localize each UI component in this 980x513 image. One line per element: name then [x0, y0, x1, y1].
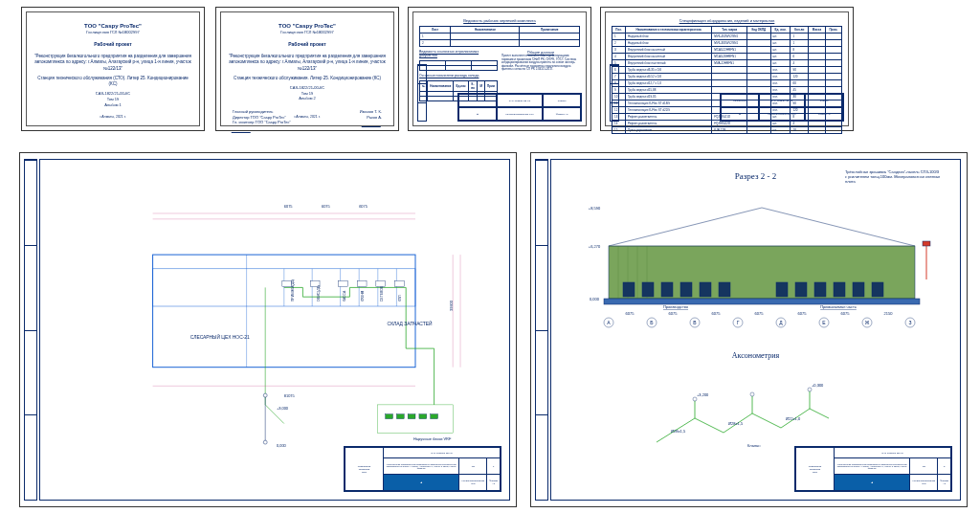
svg-point-28: [263, 440, 267, 444]
room-big: СЛЕСАРНЫЙ ЦЕХ НОС-21: [190, 334, 250, 340]
city: г.Алматы, 2021 г.: [27, 115, 199, 120]
svg-text:Производство: Производство: [663, 304, 689, 309]
album: Альбом 1: [34, 102, 191, 108]
svg-text:+6,270: +6,270: [589, 244, 601, 249]
svg-rect-59: [795, 282, 807, 297]
svg-text:Ж: Ж: [865, 320, 870, 325]
svg-text:0,000: 0,000: [590, 297, 600, 301]
sheet-title-1: ТОО "Caspy ProTec" Гослицензия ГСЛ №1800…: [21, 7, 205, 131]
svg-rect-53: [642, 282, 654, 297]
sheet-section: Разрез 2 - 2 Трёхслойная зрошивка "Сандв…: [530, 152, 968, 507]
svg-text:+3,200: +3,200: [697, 392, 709, 397]
spec-heading: Спецификация оборудования, изделий и мат…: [612, 18, 842, 23]
svg-text:КПЛ: КПЛ: [398, 295, 402, 301]
svg-text:КАССА: КАССА: [343, 290, 346, 301]
logo-icon: ▲: [835, 475, 910, 491]
svg-text:6075: 6075: [712, 311, 722, 316]
svg-rect-54: [661, 282, 673, 297]
svg-text:6075: 6075: [322, 204, 331, 209]
svg-point-98: [750, 392, 754, 396]
svg-text:0,000: 0,000: [277, 443, 287, 448]
svg-rect-12: [357, 281, 367, 287]
sheet-heading: Ведомость рабочих чертежей комплекта: [419, 18, 580, 23]
section-note: Трёхслойная зрошивка "Сандвич"-панель СП…: [845, 169, 941, 184]
license: Гослицензия ГСЛ №18002997: [34, 30, 191, 35]
titleblock: РазработалПроверилГИП CAS-1822/21-00-КС …: [794, 446, 952, 492]
project-type: Рабочий проект: [34, 41, 191, 48]
object: Станция технического обслуживания (СТО).…: [34, 76, 191, 88]
svg-rect-14: [394, 281, 404, 287]
svg-text:+0,300: +0,300: [812, 383, 824, 388]
svg-rect-25: [431, 414, 438, 419]
svg-text:6075: 6075: [359, 204, 368, 209]
svg-rect-52: [623, 282, 635, 297]
svg-text:Ø22x1,0: Ø22x1,0: [786, 416, 801, 421]
logo-icon: ▲: [721, 107, 759, 121]
svg-rect-11: [339, 281, 348, 287]
sheet-specification: Спецификация оборудования, изделий и мат…: [600, 7, 854, 131]
svg-rect-55: [680, 282, 692, 297]
binding-strip: [24, 159, 37, 501]
svg-rect-57: [719, 282, 730, 297]
axo-title: Аксонометрия: [551, 351, 960, 360]
svg-text:Клапан: Клапан: [747, 443, 761, 448]
svg-text:6075: 6075: [755, 311, 765, 316]
svg-rect-65: [923, 241, 930, 246]
svg-rect-13: [376, 281, 386, 287]
svg-text:Наружные блоки VRF: Наружные блоки VRF: [413, 436, 452, 441]
binding-strip: [535, 159, 548, 501]
svg-text:6075: 6075: [798, 311, 808, 316]
svg-text:81075: 81075: [284, 393, 296, 398]
svg-text:Г: Г: [737, 320, 740, 325]
svg-text:+3,000: +3,000: [277, 406, 289, 411]
svg-point-97: [693, 397, 697, 401]
svg-rect-44: [609, 246, 915, 299]
svg-text:6075: 6075: [284, 204, 294, 209]
svg-text:+8,590: +8,590: [589, 206, 601, 211]
svg-rect-60: [814, 282, 826, 297]
titleblock: РазработалCAS-1822/21-00-КССтадия ▲Конди…: [457, 93, 582, 122]
svg-text:Ø28x1,5: Ø28x1,5: [671, 429, 686, 434]
svg-rect-63: [872, 282, 883, 297]
svg-text:З: З: [908, 320, 911, 325]
general-notes: Проект выполнен в соответствии с действу…: [501, 55, 580, 72]
signature-icon: [362, 120, 384, 127]
svg-text:2150: 2150: [884, 311, 894, 316]
refs-table: [419, 60, 498, 71]
svg-text:ПРИЁМКА(Д1): ПРИЁМКА(Д1): [291, 279, 295, 301]
svg-text:Примыкаемая часть: Примыкаемая часть: [820, 304, 857, 309]
titleblock: РазработалПроверилГИП CAS-1822/21-00-КС …: [344, 446, 501, 492]
svg-rect-61: [834, 282, 845, 297]
titleblock: РазработалCAS-1822/21-00-КССтадия ▲Конди…: [720, 93, 844, 122]
svg-text:ОФИС(Д1): ОФИС(Д1): [317, 285, 321, 301]
svg-text:6075: 6075: [669, 311, 679, 316]
svg-rect-56: [700, 282, 711, 297]
svg-text:6075: 6075: [841, 311, 851, 316]
binding-strip: [417, 64, 427, 122]
company: ТОО "Caspy ProTec": [34, 22, 191, 30]
logo-icon: ▲: [384, 475, 459, 491]
svg-text:СЕТЕВОЕ: СЕТЕВОЕ: [380, 285, 384, 301]
binding-strip: [610, 64, 619, 122]
svg-rect-22: [396, 414, 404, 419]
svg-point-27: [263, 393, 267, 397]
logo-icon: ▲: [458, 107, 497, 121]
svg-text:6075: 6075: [626, 311, 635, 316]
svg-text:39900: 39900: [449, 300, 454, 311]
drawing-list-table: ЛистНаименованиеПримечание 1 2: [419, 26, 580, 47]
svg-text:КУХНЯ: КУХНЯ: [361, 290, 365, 301]
sheet-plan: СЛЕСАРНЫЙ ЦЕХ НОС-21 СКЛАД ЗАПЧАСТЕЙ 607…: [19, 152, 517, 507]
svg-rect-21: [386, 414, 393, 419]
svg-point-99: [808, 388, 812, 391]
svg-rect-62: [853, 282, 864, 297]
svg-rect-51: [604, 299, 920, 304]
sheet-title-2: ТОО "Caspy ProTec" Гослицензия ГСЛ №1800…: [215, 7, 399, 131]
svg-rect-24: [419, 414, 427, 419]
svg-rect-58: [776, 282, 788, 297]
signatures: Главный руководитель Директор ТОО "Caspy…: [229, 109, 386, 134]
sheet-general-data: Ведомость рабочих чертежей комплекта Лис…: [408, 7, 591, 131]
svg-rect-23: [408, 414, 415, 419]
section-drawing: АБВ ГДЕ ЖЗ 60756075 60756075 60756075 21…: [570, 189, 953, 332]
signature-icon: [232, 125, 254, 133]
svg-text:СКЛАД ЗАПЧАСТЕЙ: СКЛАД ЗАПЧАСТЕЙ: [388, 321, 433, 326]
